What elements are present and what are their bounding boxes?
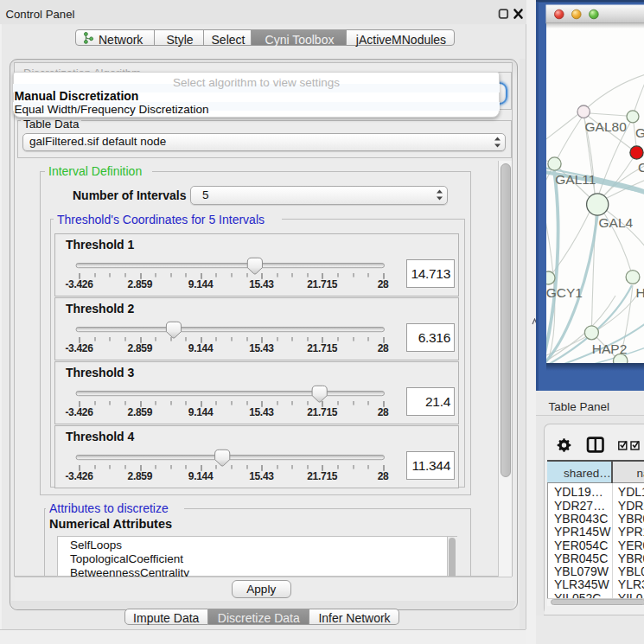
svg-text:GAL80: GAL80 xyxy=(585,119,628,134)
svg-text:C: C xyxy=(638,160,644,175)
svg-text:GA: GA xyxy=(635,125,644,140)
svg-text:HAP2: HAP2 xyxy=(592,341,628,356)
svg-text:GCY1: GCY1 xyxy=(546,285,583,300)
svg-text:GAL11: GAL11 xyxy=(555,172,596,187)
svg-text:GAL4: GAL4 xyxy=(599,215,634,230)
svg-text:H: H xyxy=(636,285,644,300)
